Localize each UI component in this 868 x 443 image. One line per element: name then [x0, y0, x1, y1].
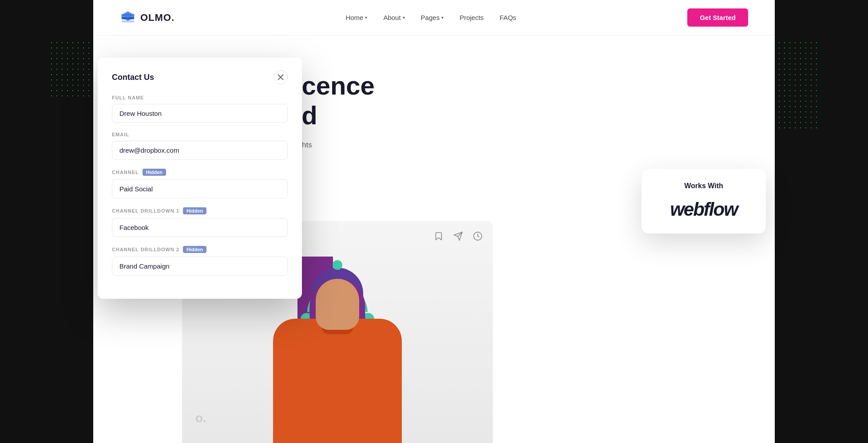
clock-icon[interactable]	[472, 230, 484, 242]
label-row-channel-drilldown-2: CHANNEL DRILLDOWN 2 Hidden	[112, 246, 288, 253]
input-channel-drilldown-1[interactable]	[112, 218, 288, 237]
chevron-icon: ▾	[365, 15, 367, 20]
contact-modal-overlay: Contact Us FULL NAME EMAIL	[98, 58, 302, 299]
label-row-channel-drilldown-1: CHANNEL DRILLDOWN 1 Hidden	[112, 207, 288, 214]
webflow-logo: webflow	[652, 199, 755, 220]
hidden-badge-channel: Hidden	[143, 169, 166, 176]
input-full-name[interactable]	[112, 104, 288, 123]
hero-logo-watermark: o.	[195, 411, 206, 425]
nav-item-faqs[interactable]: FAQs	[499, 14, 516, 21]
nav-item-about[interactable]: About ▾	[383, 14, 404, 21]
bookmark-icon[interactable]	[432, 230, 445, 242]
form-group-channel-drilldown-1: CHANNEL DRILLDOWN 1 Hidden	[112, 207, 288, 237]
input-channel[interactable]	[112, 179, 288, 198]
hidden-badge-channel-drilldown-2: Hidden	[183, 246, 206, 253]
nav-link-projects[interactable]: Projects	[460, 14, 484, 21]
label-channel-drilldown-2: CHANNEL DRILLDOWN 2	[112, 247, 179, 252]
input-channel-drilldown-2[interactable]	[112, 257, 288, 276]
contact-modal: Contact Us FULL NAME EMAIL	[98, 58, 302, 299]
label-row-full-name: FULL NAME	[112, 95, 288, 100]
modal-close-button[interactable]	[273, 70, 288, 84]
logo-icon	[120, 10, 136, 26]
nav-item-pages[interactable]: Pages ▾	[421, 14, 444, 21]
nav-item-home[interactable]: Home ▾	[345, 14, 367, 21]
label-channel: CHANNEL	[112, 170, 139, 175]
label-email: EMAIL	[112, 132, 129, 137]
nav-link-home[interactable]: Home ▾	[345, 14, 367, 21]
nav-link-pages[interactable]: Pages ▾	[421, 14, 444, 21]
modal-title: Contact Us	[112, 73, 154, 82]
form-group-channel-drilldown-2: CHANNEL DRILLDOWN 2 Hidden	[112, 246, 288, 276]
head	[316, 279, 359, 330]
chevron-icon: ▾	[403, 15, 405, 20]
logo[interactable]: OLMO.	[120, 10, 174, 26]
beanie-pom	[333, 260, 342, 270]
nav-link-faqs[interactable]: FAQs	[499, 14, 516, 21]
form-group-full-name: FULL NAME	[112, 95, 288, 123]
logo-text: OLMO.	[140, 12, 174, 24]
jacket	[273, 319, 402, 443]
label-channel-drilldown-1: CHANNEL DRILLDOWN 1	[112, 208, 179, 214]
works-with-card: Works With webflow	[642, 169, 766, 233]
input-email[interactable]	[112, 141, 288, 160]
nav-item-projects[interactable]: Projects	[460, 14, 484, 21]
hidden-badge-channel-drilldown-1: Hidden	[183, 207, 206, 214]
nav-links: Home ▾ About ▾ Pages ▾ Projects FAQs	[345, 14, 516, 21]
action-icons-bar	[432, 230, 484, 242]
share-icon[interactable]	[452, 230, 464, 242]
navbar: OLMO. Home ▾ About ▾ Pages ▾ Projects	[93, 0, 775, 36]
nav-link-about[interactable]: About ▾	[383, 14, 404, 21]
chevron-icon: ▾	[441, 15, 444, 20]
form-group-email: EMAIL	[112, 132, 288, 160]
label-full-name: FULL NAME	[112, 95, 144, 100]
get-started-button[interactable]: Get Started	[687, 8, 748, 27]
modal-header: Contact Us	[112, 70, 288, 84]
label-row-email: EMAIL	[112, 132, 288, 137]
works-with-title: Works With	[652, 182, 755, 190]
form-group-channel: CHANNEL Hidden	[112, 169, 288, 198]
label-row-channel: CHANNEL Hidden	[112, 169, 288, 176]
